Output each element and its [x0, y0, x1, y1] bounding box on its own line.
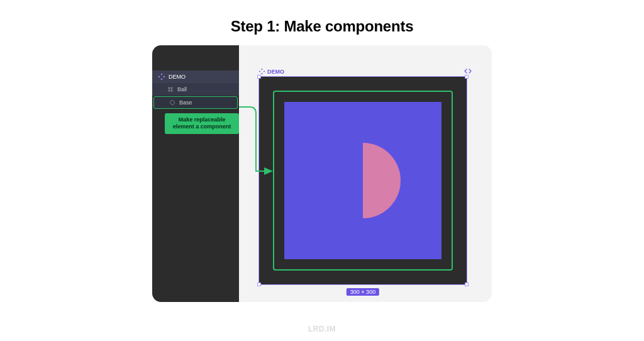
design-canvas[interactable]: DEMO 300 × 300 — [239, 45, 492, 302]
page-title: Step 1: Make components — [0, 18, 644, 35]
layers-sidebar: DEMO Ball Base Make replaceable element … — [152, 45, 239, 302]
frame-label-bar: DEMO — [259, 68, 472, 75]
svg-rect-4 — [170, 100, 175, 105]
layer-label: Ball — [177, 86, 187, 92]
svg-rect-7 — [259, 70, 260, 72]
svg-rect-8 — [264, 70, 265, 72]
annotation-tooltip: Make replaceable element a component — [165, 113, 239, 134]
layer-row-ball[interactable]: Ball — [152, 83, 239, 96]
svg-rect-5 — [261, 69, 263, 70]
watermark: LRD.IM — [0, 325, 644, 333]
demo-component-frame[interactable]: 300 × 300 — [259, 77, 467, 284]
component-icon — [158, 74, 165, 80]
selection-handle[interactable] — [465, 75, 469, 79]
layer-row-base[interactable]: Base — [153, 96, 238, 109]
frame-label-text: DEMO — [267, 69, 284, 75]
shape-icon — [169, 99, 175, 106]
selection-handle[interactable] — [257, 75, 261, 79]
svg-rect-2 — [158, 76, 160, 78]
frame-icon — [167, 86, 174, 92]
svg-rect-6 — [261, 72, 263, 74]
component-icon — [259, 69, 265, 75]
layer-row-demo[interactable]: DEMO — [152, 70, 239, 83]
layer-label: DEMO — [169, 74, 186, 80]
selection-handle[interactable] — [257, 282, 261, 286]
design-app-frame: DEMO Ball Base Make replaceable element … — [152, 45, 492, 302]
svg-rect-0 — [161, 74, 163, 75]
svg-rect-3 — [164, 76, 165, 78]
selection-handle[interactable] — [465, 282, 469, 286]
svg-rect-1 — [161, 79, 163, 80]
frame-label[interactable]: DEMO — [259, 69, 284, 75]
layer-label: Base — [179, 99, 192, 106]
dimensions-badge: 300 × 300 — [347, 288, 379, 296]
